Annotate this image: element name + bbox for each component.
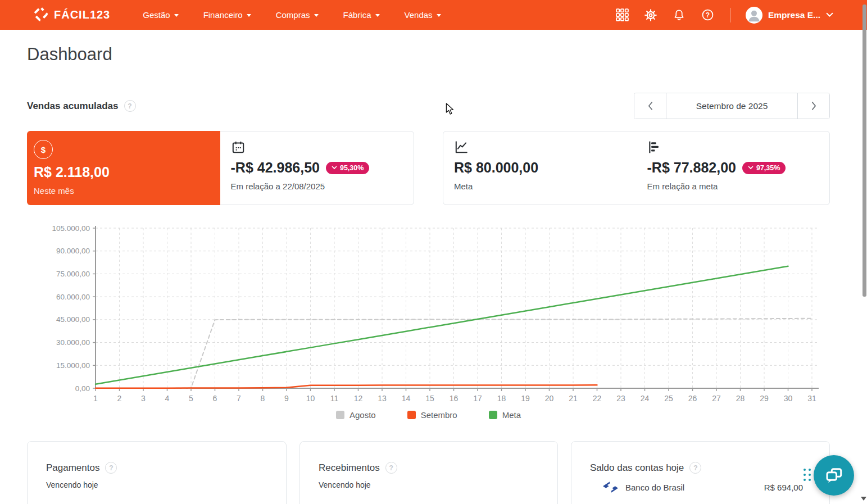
caret-down-icon — [748, 166, 753, 170]
svg-text:20: 20 — [545, 394, 554, 403]
banco-do-brasil-logo — [603, 482, 618, 493]
svg-text:18: 18 — [497, 394, 506, 403]
caret-down-icon — [174, 14, 179, 17]
svg-text:26: 26 — [688, 394, 697, 403]
line-chart-icon — [454, 140, 637, 155]
svg-text:60.000,00: 60.000,00 — [56, 293, 90, 301]
drag-handle[interactable] — [804, 469, 811, 481]
help-icon[interactable]: ? — [105, 462, 117, 474]
caret-down-icon — [247, 14, 251, 17]
current-month-label: Setembro de 2025 — [666, 93, 798, 119]
svg-text:90.000,00: 90.000,00 — [56, 247, 90, 255]
nav-vendas[interactable]: Vendas — [405, 10, 441, 20]
next-month-button[interactable] — [798, 93, 829, 119]
svg-text:7: 7 — [237, 394, 241, 403]
card-title: Recebimentos — [319, 462, 380, 474]
kpi-card-month-vs-previous: $ R$ 2.118,00 Neste mês -R$ 42.98 — [27, 131, 414, 205]
variation-badge: 95,30% — [326, 162, 369, 174]
svg-text:45.000,00: 45.000,00 — [56, 315, 90, 324]
nav-financeiro[interactable]: Financeiro — [203, 10, 251, 20]
account-balance-row: Banco do Brasil R$ 694,00 — [590, 482, 811, 493]
svg-text:21: 21 — [569, 394, 578, 403]
sales-chart: 0,0015.000,0030.000,0045.000,0060.000,00… — [27, 224, 830, 420]
calendar-icon — [231, 140, 414, 155]
svg-text:19: 19 — [521, 394, 530, 403]
svg-text:30: 30 — [784, 394, 793, 403]
help-icon[interactable]: ? — [701, 8, 715, 22]
svg-text:25: 25 — [664, 394, 673, 403]
section-title: Vendas acumuladas — [27, 101, 119, 112]
kpi-meta: R$ 80.000,00 Meta — [443, 131, 637, 205]
svg-text:15.000,00: 15.000,00 — [56, 361, 90, 370]
svg-text:30.000,00: 30.000,00 — [56, 338, 90, 347]
chevron-down-icon — [826, 12, 833, 17]
sales-line-chart: 0,0015.000,0030.000,0045.000,0060.000,00… — [27, 224, 825, 405]
topbar-divider — [730, 8, 730, 22]
caret-down-icon — [437, 14, 441, 17]
svg-text:28: 28 — [736, 394, 745, 403]
kpi-value: R$ 2.118,00 — [34, 164, 110, 180]
legend-meta[interactable]: Meta — [489, 410, 521, 420]
svg-text:23: 23 — [616, 394, 625, 403]
svg-text:1: 1 — [93, 394, 98, 403]
bank-name: Banco do Brasil — [625, 483, 684, 492]
svg-text:29: 29 — [760, 394, 769, 403]
card-subtitle: Vencendo hoje — [46, 480, 267, 489]
caret-down-icon — [314, 14, 319, 17]
svg-text:12: 12 — [354, 394, 363, 403]
dollar-circle-icon: $ — [34, 140, 53, 159]
svg-text:11: 11 — [330, 394, 339, 403]
svg-text:13: 13 — [378, 394, 387, 403]
chat-button[interactable] — [814, 455, 854, 496]
kpi-value: -R$ 77.882,00 — [647, 160, 736, 176]
kpi-vs-meta: -R$ 77.882,00 97,35% Em relação a meta — [637, 131, 830, 205]
bell-icon[interactable] — [673, 8, 686, 21]
card-pagamentos: Pagamentos ? Vencendo hoje — [27, 441, 287, 504]
brand-name: FÁCIL123 — [54, 8, 110, 21]
prev-month-button[interactable] — [634, 93, 666, 119]
svg-text:?: ? — [706, 11, 710, 19]
kpi-value: R$ 80.000,00 — [454, 160, 538, 176]
kpi-label: Neste mês — [34, 186, 220, 196]
facil123-diamond-icon — [32, 6, 49, 25]
chevron-right-icon — [811, 101, 817, 111]
page-title: Dashboard — [27, 44, 830, 65]
legend-agosto[interactable]: Agosto — [336, 410, 376, 420]
legend-swatch — [407, 411, 416, 419]
legend-setembro[interactable]: Setembro — [407, 410, 457, 420]
kpi-current-month: $ R$ 2.118,00 Neste mês — [27, 131, 220, 205]
svg-text:4: 4 — [165, 394, 170, 403]
svg-text:24: 24 — [641, 394, 650, 403]
caret-down-icon — [332, 166, 337, 170]
chat-bubbles-icon — [824, 465, 844, 485]
gear-icon[interactable] — [644, 8, 657, 22]
svg-text:14: 14 — [402, 394, 411, 403]
brand-logo[interactable]: FÁCIL123 — [32, 6, 110, 25]
svg-text:8: 8 — [261, 394, 265, 403]
card-title: Saldo das contas hoje — [590, 462, 684, 474]
nav-gestao[interactable]: Gestão — [143, 10, 178, 20]
card-saldo-contas: Saldo das contas hoje ? Banco do Brasil … — [571, 441, 830, 504]
help-icon[interactable]: ? — [385, 462, 397, 474]
apps-grid-icon[interactable] — [616, 8, 629, 21]
kpi-value: -R$ 42.986,50 — [231, 160, 320, 176]
scrollbar-thumb[interactable] — [863, 4, 866, 297]
nav-fabrica[interactable]: Fábrica — [343, 10, 380, 20]
caret-down-icon — [375, 14, 380, 17]
help-icon[interactable]: ? — [124, 100, 136, 112]
nav-compras[interactable]: Compras — [276, 10, 319, 20]
svg-text:75.000,00: 75.000,00 — [56, 270, 90, 278]
card-recebimentos: Recebimentos ? Vencendo hoje — [299, 441, 558, 504]
help-icon[interactable]: ? — [689, 462, 701, 474]
kpi-label: Em relação a 22/08/2025 — [231, 181, 414, 191]
main-nav: Gestão Financeiro Compras Fábrica Vendas — [143, 10, 441, 20]
svg-text:31: 31 — [807, 394, 816, 403]
account-menu[interactable]: Empresa E... — [746, 7, 833, 24]
svg-text:2: 2 — [117, 394, 122, 403]
chevron-left-icon — [647, 101, 653, 111]
kpi-label: Em relação a meta — [647, 181, 830, 191]
month-navigator: Setembro de 2025 — [634, 93, 830, 119]
bank-balance: R$ 694,00 — [764, 483, 803, 492]
scroll-down-arrow-icon[interactable] — [861, 497, 866, 501]
legend-swatch — [336, 411, 344, 419]
